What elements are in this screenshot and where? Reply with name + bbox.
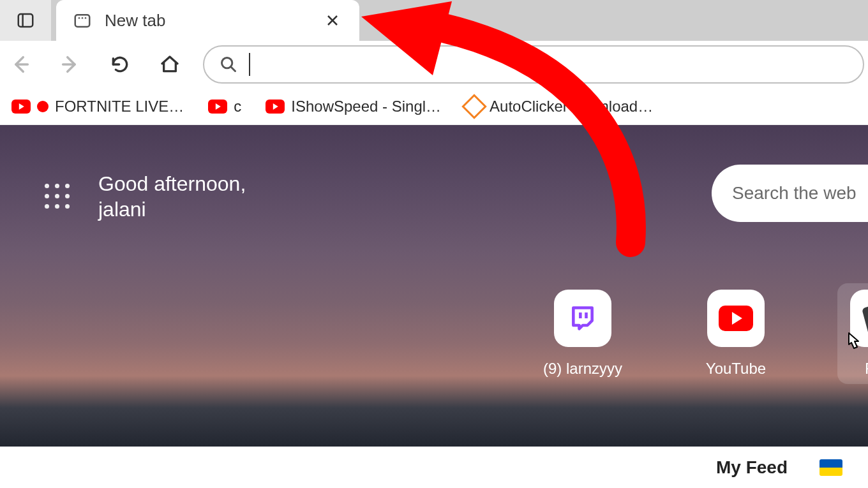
- svg-line-11: [231, 67, 236, 71]
- tab-strip: New tab: [0, 0, 868, 41]
- close-icon: [326, 14, 339, 27]
- my-feed-tab[interactable]: My Feed: [716, 457, 788, 478]
- quick-links: (9) larnzyyy YouTube Rob: [541, 290, 868, 378]
- live-dot-icon: [37, 101, 49, 112]
- new-tab-page-icon: [73, 11, 92, 30]
- bookmark-label: c: [234, 98, 241, 115]
- bookmark-item[interactable]: AutoClicker download…: [456, 94, 662, 119]
- ntp-search-input[interactable]: Search the web: [712, 165, 868, 222]
- bookmark-item[interactable]: FORTNITE LIVE…: [3, 94, 193, 119]
- greeting-row: Good afternoon, jalani: [45, 171, 246, 222]
- bookmarks-bar: FORTNITE LIVE… c IShowSpeed - Singl… Aut…: [0, 88, 868, 125]
- tile-label: Rob: [865, 360, 868, 378]
- roblox-icon: [862, 301, 868, 336]
- autoclicker-favicon-icon: [461, 94, 487, 119]
- back-button[interactable]: [4, 48, 37, 81]
- bookmark-item[interactable]: c: [199, 94, 250, 119]
- search-placeholder: Search the web: [732, 183, 857, 203]
- search-icon: [220, 55, 237, 73]
- forward-button[interactable]: [54, 48, 87, 81]
- arrow-right-icon: [59, 54, 81, 75]
- youtube-favicon-icon: [266, 100, 285, 114]
- browser-tab[interactable]: New tab: [56, 0, 359, 41]
- arrow-left-icon: [10, 54, 31, 75]
- svg-point-5: [85, 17, 87, 19]
- svg-point-3: [79, 17, 80, 19]
- tile-icon: [707, 290, 765, 347]
- home-icon: [160, 54, 180, 75]
- navigation-toolbar: [0, 41, 868, 88]
- greeting-line2: jalani: [98, 196, 246, 222]
- tile-icon: [850, 290, 868, 347]
- bookmark-label: FORTNITE LIVE…: [55, 98, 184, 115]
- svg-point-4: [82, 17, 84, 19]
- twitch-icon: [569, 304, 597, 332]
- youtube-favicon-icon: [208, 100, 227, 114]
- ukraine-flag-icon[interactable]: [819, 459, 842, 476]
- tab-actions-icon: [16, 11, 35, 30]
- tab-close-button[interactable]: [322, 10, 343, 31]
- quick-link-youtube[interactable]: YouTube: [694, 290, 777, 378]
- refresh-icon: [110, 54, 130, 75]
- bookmark-item[interactable]: IShowSpeed - Singl…: [257, 94, 450, 119]
- tab-title: New tab: [105, 11, 310, 31]
- address-bar[interactable]: [203, 45, 864, 84]
- svg-rect-0: [19, 14, 33, 27]
- bookmark-label: IShowSpeed - Singl…: [291, 98, 441, 115]
- greeting-text: Good afternoon, jalani: [98, 171, 246, 222]
- svg-rect-2: [75, 15, 90, 27]
- tab-actions-button[interactable]: [0, 0, 51, 41]
- feed-bar: My Feed: [0, 447, 868, 488]
- refresh-button[interactable]: [103, 48, 137, 81]
- new-tab-page: Good afternoon, jalani Search the web (9…: [0, 125, 868, 447]
- youtube-icon: [719, 306, 753, 331]
- tile-label: (9) larnzyyy: [543, 360, 622, 378]
- text-caret: [249, 53, 250, 76]
- tile-icon: [554, 290, 611, 347]
- greeting-line1: Good afternoon,: [98, 171, 246, 196]
- home-button[interactable]: [153, 48, 186, 81]
- page-settings-button[interactable]: [45, 184, 70, 209]
- tile-label: YouTube: [706, 360, 766, 378]
- quick-link-roblox[interactable]: Rob: [837, 283, 868, 384]
- quick-link-twitch[interactable]: (9) larnzyyy: [541, 290, 624, 378]
- bookmark-label: AutoClicker download…: [490, 98, 653, 115]
- youtube-favicon-icon: [11, 100, 31, 114]
